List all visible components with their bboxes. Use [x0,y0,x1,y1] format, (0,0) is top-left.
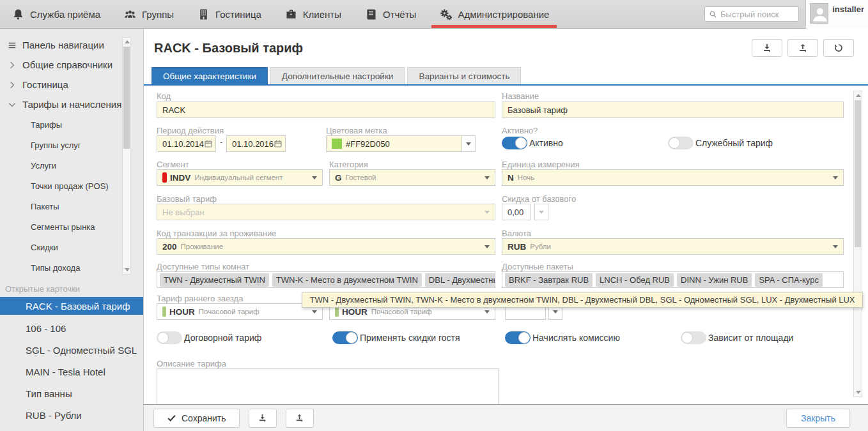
tab-general[interactable]: Общие характеристики [151,67,268,84]
top-navigation-bar: Служба приёма Группы Гостиница Клиенты О… [0,0,868,29]
room-type-chip[interactable]: DBL - Двухместный [425,273,495,287]
category-dropdown[interactable]: G Гостевой [329,169,495,186]
package-chip[interactable]: BRKF - Завтрак RUB [505,273,593,287]
category-label: Категория [329,160,368,169]
unit-dropdown[interactable]: N Ночь [502,169,844,186]
packages-field[interactable]: BRKF - Завтрак RUB LNCH - Обед RUB DINN … [502,271,844,288]
segment-dropdown[interactable]: INDV Индивидуальный сегмент [157,169,323,186]
scroll-down-arrow[interactable] [856,391,861,394]
package-chip[interactable]: DINN - Ужин RUB [677,273,752,287]
hour-swatch [335,306,339,317]
period-to-field[interactable]: 01.10.2016 [226,135,286,152]
scroll-thumb[interactable] [855,100,861,247]
guest-discounts-toggle[interactable] [332,331,358,344]
nav-front-desk[interactable]: Служба приёма [0,0,112,28]
unit-name: Ночь [518,174,534,181]
form-footer: Сохранить Закрыть [144,404,868,431]
commission-toggle[interactable] [505,331,531,344]
package-chip[interactable]: LNCH - Обед RUB [596,273,674,287]
export-button[interactable] [752,39,782,57]
chevron-down-icon [8,100,17,109]
early-checkin-swatch [162,306,166,317]
service-tariff-toggle[interactable] [668,137,694,149]
contract-tariff-toggle[interactable] [157,331,182,344]
nav-hotel[interactable]: Гостиница [185,0,273,28]
code-label: Код [157,91,171,101]
segment-swatch [162,172,167,183]
building-icon [197,8,210,21]
package-chip[interactable]: SPA - СПА-курс [755,273,823,287]
transaction-label: Код транзакции за проживание [157,229,277,238]
code-value: RACK [162,105,185,115]
open-card-bath-type[interactable]: Тип ванны [0,382,143,404]
transaction-dropdown[interactable]: 200 Проживание [157,238,495,255]
category-code: G [335,173,342,183]
save-button[interactable]: Сохранить [153,409,240,428]
code-field[interactable]: RACK [157,102,495,118]
chevron-right-icon [8,80,17,89]
color-tag-field[interactable]: #FF92D050 [326,135,462,152]
nav-administration[interactable]: Администрирование [428,0,561,28]
nav-reports[interactable]: Отчёты [353,0,428,28]
sidebar-scrollbar[interactable] [122,37,131,275]
category-name: Гостевой [346,174,376,181]
color-tag-label: Цветовая метка [326,126,387,135]
currency-dropdown[interactable]: RUB Рубли [502,238,844,255]
room-types-field[interactable]: TWN - Двухместный TWIN TWN-K - Место в д… [157,271,495,288]
open-card-sgl[interactable]: SGL - Одноместный SGL [0,339,143,361]
open-card-rub[interactable]: RUB - Рубли [0,404,143,426]
area-dependent-label: Зависит от площади [708,333,793,343]
history-button[interactable] [823,39,854,57]
quick-search[interactable] [704,6,799,22]
service-tariff-toggle-row: Служебный тариф [668,137,773,149]
segment-label: Сегмент [157,160,189,169]
scroll-thumb[interactable] [123,47,130,149]
active-toggle[interactable] [502,137,527,149]
segment-name: Индивидуальный сегмент [194,174,283,181]
open-card-rack[interactable]: RACK - Базовый тариф [0,297,143,315]
open-card-main[interactable]: MAIN - Tesla Hotel [0,361,143,382]
guest-discounts-toggle-row: Применять скидки гостя [332,331,460,344]
discount-field[interactable]: 0,00 [502,204,531,220]
scroll-up-arrow[interactable] [125,40,130,43]
room-type-chip[interactable]: TWN-K - Место в двухместном TWIN [272,273,422,287]
area-dependent-toggle[interactable] [681,331,706,344]
scroll-down-arrow[interactable] [125,268,130,271]
import-button[interactable] [787,39,818,57]
service-tariff-label: Служебный тариф [695,138,773,148]
room-type-chip[interactable]: TWN - Двухместный TWIN [160,273,269,287]
nav-label: Администрирование [458,9,549,20]
calendar-icon[interactable] [274,139,283,148]
calendar-icon[interactable] [204,139,213,148]
description-textarea[interactable] [157,368,499,404]
segment-code: INDV [170,173,190,183]
tab-variants-prices[interactable]: Варианты и стоимость [407,67,521,84]
tab-additional-settings[interactable]: Дополнительные настройки [270,67,405,84]
period-from-field[interactable]: 01.10.2014 [157,135,216,152]
period-to-value: 01.10.2016 [232,139,274,149]
user-menu[interactable]: installer [805,0,868,29]
nav-label: Группы [142,9,174,20]
scroll-up-arrow[interactable] [856,94,861,97]
close-button[interactable]: Закрыть [786,409,850,428]
discount-value: 0,00 [508,208,523,217]
search-input[interactable] [720,10,794,19]
contract-tariff-label: Договорной тариф [184,333,261,343]
nav-clients[interactable]: Клиенты [273,0,353,28]
nav-label: Гостиница [215,9,261,20]
color-tag-dropdown-button[interactable] [461,135,476,152]
nav-groups[interactable]: Группы [112,0,185,28]
sidebar: Панель навигации Общие справочники Гости… [0,29,144,431]
early-checkin-name: Почасовой тариф [199,308,260,315]
briefcase-icon [284,8,298,21]
form-scrollbar[interactable] [853,91,862,397]
chevron-right-icon [8,61,17,70]
early-checkin-dropdown[interactable]: HOUR Почасовой тариф [157,303,323,320]
name-field[interactable]: Базовый тариф [502,102,844,118]
page-title: RACK - Базовый тариф [154,41,303,56]
active-label: Активно? [502,126,538,135]
footer-export-button[interactable] [249,409,277,428]
caret-down-icon [833,245,838,248]
footer-import-button[interactable] [286,409,314,428]
open-card-106[interactable]: 106 - 106 [0,317,143,339]
